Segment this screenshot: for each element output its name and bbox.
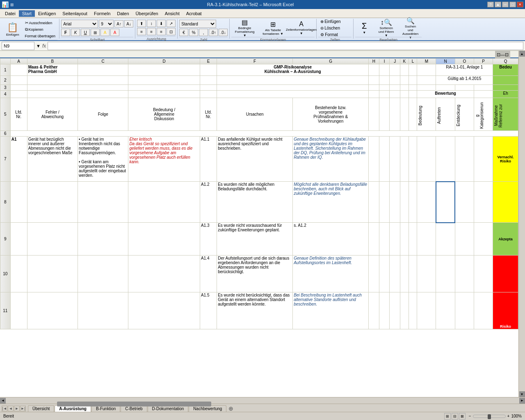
cell-A1[interactable] (10, 64, 27, 76)
zoom-in-btn[interactable]: + (507, 414, 510, 418)
col-header-A[interactable]: A (10, 59, 27, 64)
cell-B7[interactable]: Gerät hat bezüglich innerer und äußerer … (27, 137, 78, 182)
cell-N8-active[interactable] (436, 182, 455, 223)
align-left-btn[interactable]: ≡ (137, 28, 146, 35)
cell-I7[interactable] (379, 137, 390, 182)
align-center-btn[interactable]: ≡ (147, 28, 156, 35)
cell-D7[interactable]: Eher kritischDa das Gerät so spezifizier… (128, 137, 200, 182)
align-bottom-btn[interactable]: ⬇ (157, 20, 166, 27)
h-scrollbar-thumb[interactable] (57, 402, 211, 406)
cell-L10[interactable] (409, 256, 417, 292)
cell-J11[interactable] (390, 292, 400, 329)
horizontal-scrollbar[interactable]: ◄ ► (0, 397, 525, 404)
vertical-scrollbar[interactable]: ▲ ▼ (518, 51, 525, 397)
underline-button[interactable]: U (81, 29, 90, 36)
cell-L7[interactable] (409, 137, 417, 182)
restore-btn[interactable]: □ (509, 2, 516, 7)
align-top-btn[interactable]: ⬆ (137, 20, 146, 27)
cell-E5[interactable]: Lfd.Nr. (200, 98, 217, 131)
cell-I3[interactable] (379, 85, 390, 91)
cell-L1[interactable] (409, 64, 417, 76)
cell-Q1[interactable]: Bedeu (493, 64, 518, 76)
scroll-up-btn[interactable]: ▲ (519, 51, 525, 57)
cell-C9[interactable] (78, 223, 128, 256)
cell-F11[interactable]: Es wurde nicht berücksichtigt, dass das … (217, 292, 293, 329)
cell-J9[interactable] (390, 223, 400, 256)
row-header-7[interactable]: 7 (0, 137, 11, 182)
cell-N1[interactable]: RA-3.1-01, Anlage 1 (436, 64, 493, 76)
cell-H1[interactable] (369, 64, 379, 76)
cell-J7[interactable] (390, 137, 400, 182)
italic-button[interactable]: K (71, 29, 80, 36)
cell-E3[interactable] (200, 85, 217, 91)
scroll-left-btn[interactable]: ◄ (0, 398, 6, 404)
cell-F5[interactable]: Ursachen (217, 98, 293, 131)
cell-E7[interactable]: A1.1 (200, 137, 217, 182)
menu-datei[interactable]: Datei (2, 10, 19, 17)
text-rotate-btn[interactable]: ↗ (167, 20, 176, 27)
cell-I5[interactable] (379, 98, 390, 131)
col-header-L[interactable]: L (409, 59, 417, 64)
cell-M9[interactable] (417, 223, 436, 256)
cell-P11[interactable] (474, 292, 493, 329)
cell-B2[interactable] (27, 76, 78, 85)
cell-L8[interactable] (409, 182, 417, 223)
font-color-button[interactable]: A (110, 29, 119, 36)
cell-M1[interactable] (417, 64, 436, 76)
menu-start[interactable]: Start (19, 10, 35, 17)
cell-M4-bewertung[interactable]: Bewertung (417, 91, 474, 98)
percent-btn[interactable]: % (189, 29, 198, 36)
cell-Q3[interactable] (493, 85, 518, 91)
page-layout-btn[interactable]: ⊟ (452, 413, 458, 420)
cell-K11[interactable] (400, 292, 409, 329)
menu-formeln[interactable]: Formeln (91, 10, 114, 17)
thousands-btn[interactable]: , (199, 29, 208, 36)
cell-G11[interactable]: Bei Beschreibung im Lastenheft auch alte… (293, 292, 369, 329)
col-header-P[interactable]: P (474, 59, 493, 64)
format-paint-button[interactable]: Format übertragen (23, 33, 58, 39)
font-select[interactable]: Arial (61, 20, 98, 28)
cell-B5[interactable]: Fehler /Abweichung (27, 98, 78, 131)
cell-B4[interactable] (27, 91, 78, 98)
cell-Q9[interactable]: Akzepta (493, 223, 518, 256)
cell-P10[interactable] (474, 256, 493, 292)
cut-button[interactable]: ✂ Ausschneiden (23, 20, 58, 26)
cell-Q5[interactable]: Referenz zur Maßnahme (493, 98, 518, 131)
cell-F1[interactable]: GMP-RisikoanalyseKühlschrank – A-Ausrüst… (217, 64, 369, 76)
cell-P9[interactable] (474, 223, 493, 256)
tab-nav-next[interactable]: ► (14, 406, 20, 411)
cell-N9[interactable] (436, 223, 455, 256)
cell-K10[interactable] (400, 256, 409, 292)
cell-F9[interactable]: Es wurde nicht vorausschauend für zukünf… (217, 223, 293, 256)
cell-K7[interactable] (400, 137, 409, 182)
cell-O9[interactable] (455, 223, 474, 256)
cell-N3[interactable] (436, 85, 455, 91)
row-header-2[interactable]: 2 (0, 76, 11, 85)
decrease-decimal-btn[interactable]: .0↓ (219, 29, 228, 36)
cell-styles-button[interactable]: A Zellenformatvorlagen ▼ (288, 19, 315, 37)
cell-N5[interactable]: Auftreten (436, 98, 455, 131)
cell-B9[interactable] (27, 223, 78, 256)
cell-H4[interactable] (369, 91, 379, 98)
cell-P5[interactable]: Kategorisierung (474, 98, 493, 131)
cell-H2[interactable] (369, 76, 379, 85)
cell-N11[interactable] (436, 292, 455, 329)
cell-B8[interactable] (27, 182, 78, 223)
cell-Q11[interactable]: Risiko (493, 292, 518, 329)
cell-N2[interactable]: Gültig ab 1.4.2015 (436, 76, 493, 85)
normal-view-btn[interactable]: ⊞ (444, 413, 451, 420)
cell-P8[interactable] (474, 182, 493, 223)
cell-C3[interactable] (78, 85, 128, 91)
zoom-thumb[interactable] (488, 414, 491, 419)
menu-ueberprufen[interactable]: Überprüfen (132, 10, 162, 17)
col-header-N[interactable]: N (436, 59, 455, 64)
cell-D3[interactable] (128, 85, 200, 91)
menu-seitenlayout[interactable]: Seitenlayout (59, 10, 91, 17)
cell-F2[interactable] (217, 76, 369, 85)
cell-A6[interactable] (10, 131, 518, 137)
font-size-select[interactable]: 9 (99, 20, 114, 28)
row-header-3[interactable]: 3 (0, 85, 11, 91)
cell-D2[interactable] (128, 76, 200, 85)
cell-F3[interactable] (217, 85, 369, 91)
cell-E4[interactable] (200, 91, 217, 98)
